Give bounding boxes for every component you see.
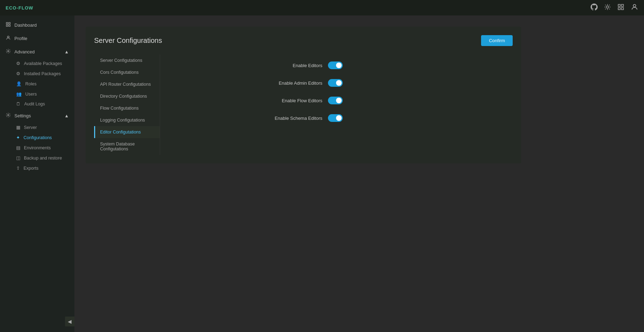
sidebar-item-audit-logs[interactable]: 🗒 Audit Logs xyxy=(13,99,74,109)
sun-icon[interactable] xyxy=(604,4,611,12)
enable-flow-editors-toggle[interactable] xyxy=(328,97,343,104)
enable-schema-editors-label: Enable Schema Editors xyxy=(266,116,322,121)
svg-point-13 xyxy=(633,4,636,7)
svg-rect-9 xyxy=(618,4,620,6)
sidebar-item-installed-packages[interactable]: ⚙ Installed Packages xyxy=(13,69,74,79)
enable-editors-label: Enable Editors xyxy=(266,63,322,68)
sidebar-item-roles[interactable]: 👤 Roles xyxy=(13,79,74,89)
sidebar-section-advanced[interactable]: Advanced ▲ xyxy=(0,45,74,58)
config-icon: ✦ xyxy=(16,135,20,140)
panel-nav: Server Configutations Cors Configutation… xyxy=(94,54,160,155)
svg-rect-15 xyxy=(9,22,10,24)
environments-label: Environments xyxy=(24,145,51,150)
svg-point-0 xyxy=(606,6,609,8)
svg-rect-16 xyxy=(6,25,8,26)
configurations-label: Configurations xyxy=(24,135,52,140)
grid-icon[interactable] xyxy=(617,4,624,12)
users-label: Users xyxy=(25,92,37,97)
sidebar-profile-label: Profile xyxy=(14,36,27,41)
config-body: Server Configutations Cors Configutation… xyxy=(94,54,513,155)
chevron-up-icon: ▲ xyxy=(64,49,69,54)
toggle-row-enable-admin-editors: Enable Admin Editors xyxy=(174,79,343,87)
confirm-button[interactable]: Confirm xyxy=(481,35,513,46)
server-label: Server xyxy=(24,125,37,130)
profile-icon xyxy=(6,35,11,41)
svg-point-20 xyxy=(8,115,9,116)
toggle-row-enable-schema-editors: Enable Schema Editors xyxy=(174,114,343,122)
server-icon: ▦ xyxy=(16,125,20,130)
svg-rect-12 xyxy=(622,7,624,9)
toggle-row-enable-flow-editors: Enable Flow Editors xyxy=(174,97,343,104)
roles-label: Roles xyxy=(25,82,37,86)
sidebar-item-configurations[interactable]: ✦ Configurations xyxy=(13,132,74,143)
users-icon: 👥 xyxy=(16,91,22,97)
enable-schema-editors-toggle[interactable] xyxy=(328,114,343,122)
panel-nav-api-router-config[interactable]: API Router Configutations xyxy=(94,78,160,90)
audit-logs-label: Audit Logs xyxy=(24,102,45,106)
export-icon: ⇪ xyxy=(16,165,20,171)
log-icon: 🗒 xyxy=(16,102,21,106)
config-header: Server Configurations Confirm xyxy=(94,35,513,46)
enable-admin-editors-label: Enable Admin Editors xyxy=(266,80,322,86)
enable-flow-editors-label: Enable Flow Editors xyxy=(266,98,322,103)
svg-line-8 xyxy=(609,5,610,5)
enable-editors-toggle[interactable] xyxy=(328,61,343,69)
svg-point-19 xyxy=(8,51,9,52)
sidebar-settings-label: Settings xyxy=(14,113,31,118)
svg-rect-11 xyxy=(618,7,620,9)
installed-packages-label: Installed Packages xyxy=(24,71,61,76)
backup-label: Backup and restore xyxy=(24,156,62,161)
panel-nav-server-config[interactable]: Server Configutations xyxy=(94,54,160,66)
sidebar-dashboard-label: Dashboard xyxy=(14,22,37,28)
sidebar-advanced-sub: ⚙ Available Packages ⚙ Installed Package… xyxy=(0,58,74,109)
sidebar-item-backup[interactable]: ◫ Backup and restore xyxy=(13,153,74,163)
advanced-icon xyxy=(6,48,11,55)
chevron-up-icon-settings: ▲ xyxy=(64,113,69,118)
user-icon[interactable] xyxy=(631,3,638,13)
sidebar-item-available-packages[interactable]: ⚙ Available Packages xyxy=(13,58,74,69)
svg-rect-14 xyxy=(6,22,8,24)
sidebar-item-users[interactable]: 👥 Users xyxy=(13,89,74,99)
sidebar-item-dashboard[interactable]: Dashboard xyxy=(0,18,74,32)
settings-icon xyxy=(6,112,11,119)
exports-label: Exports xyxy=(24,166,38,171)
svg-line-6 xyxy=(609,8,610,9)
github-icon[interactable] xyxy=(591,4,598,12)
sidebar-advanced-label: Advanced xyxy=(14,49,35,54)
sidebar-section-settings[interactable]: Settings ▲ xyxy=(0,109,74,122)
panel-nav-cors-config[interactable]: Cors Configutations xyxy=(94,66,160,78)
sidebar-item-environments[interactable]: ▤ Environments xyxy=(13,143,74,153)
backup-icon: ◫ xyxy=(16,155,20,161)
svg-line-7 xyxy=(605,8,606,9)
svg-point-18 xyxy=(7,36,9,38)
env-icon: ▤ xyxy=(16,145,20,150)
main-content: Server Configurations Confirm Server Con… xyxy=(74,15,644,332)
config-panel: Server Configurations Confirm Server Con… xyxy=(86,27,521,163)
sidebar-item-server[interactable]: ▦ Server xyxy=(13,122,74,132)
panel-nav-directory-config[interactable]: Directory Configutations xyxy=(94,90,160,102)
sidebar-collapse-button[interactable]: ◀ xyxy=(65,317,74,326)
panel-nav-logging-config[interactable]: Logging Configutations xyxy=(94,114,160,126)
svg-rect-10 xyxy=(622,4,624,6)
sidebar-settings-sub: ▦ Server ✦ Configurations ▤ Environments… xyxy=(0,122,74,173)
panel-nav-sysdb-config[interactable]: System Database Configutations xyxy=(94,138,160,155)
svg-rect-17 xyxy=(9,25,10,26)
app-logo: ECO-FLOW xyxy=(6,5,33,11)
svg-line-5 xyxy=(605,5,606,5)
toggle-row-enable-editors: Enable Editors xyxy=(174,61,343,69)
roles-icon: 👤 xyxy=(16,81,22,86)
topbar-icons xyxy=(591,3,638,13)
panel-content: Enable Editors Enable Admin Editors Enab… xyxy=(160,54,513,155)
topbar: ECO-FLOW xyxy=(0,0,644,15)
sidebar-item-exports[interactable]: ⇪ Exports xyxy=(13,163,74,173)
sidebar-item-profile[interactable]: Profile xyxy=(0,32,74,45)
panel-nav-editor-config[interactable]: Editor Configutations xyxy=(94,126,160,138)
panel-title: Server Configurations xyxy=(94,37,162,45)
package-icon: ⚙ xyxy=(16,61,20,66)
dashboard-icon xyxy=(6,22,11,28)
enable-admin-editors-toggle[interactable] xyxy=(328,79,343,87)
sidebar: Dashboard Profile Advanced ▲ ⚙ Available… xyxy=(0,15,74,332)
panel-nav-flow-config[interactable]: Flow Configutations xyxy=(94,102,160,114)
available-packages-label: Available Packages xyxy=(24,61,62,66)
installed-package-icon: ⚙ xyxy=(16,71,20,76)
